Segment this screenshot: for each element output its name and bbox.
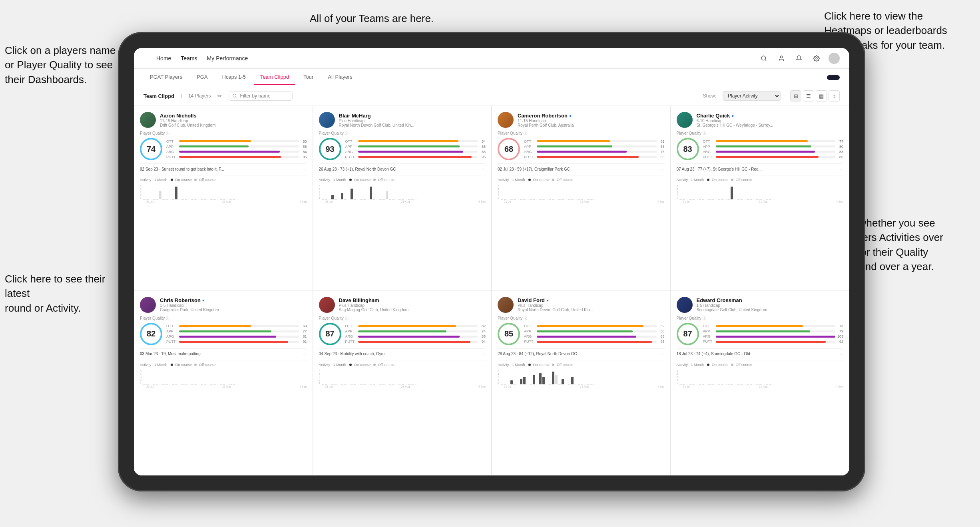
chart-bar — [169, 199, 171, 199]
tab-all-players[interactable]: All Players — [321, 70, 359, 85]
ott-bar-bg — [716, 325, 836, 327]
player-card[interactable]: Edward Crossman 1-5 Handicap Sunningdale… — [671, 291, 850, 476]
latest-round[interactable]: 26 Aug 23 · 73 (+1), Royal North Devon G… — [319, 163, 486, 172]
activity-header: Activity · 1 Month On course Off course — [319, 363, 486, 367]
y-axis: 5 4 3 2 1 — [677, 370, 678, 384]
chart-bar — [562, 379, 564, 384]
nav-performance[interactable]: My Performance — [207, 55, 248, 62]
chart-bar — [331, 195, 334, 199]
quality-section[interactable]: 87 OTT 82 APP 74 — [319, 323, 486, 345]
chart-bar — [357, 384, 359, 384]
quality-circle[interactable]: 82 — [140, 323, 162, 345]
quality-circle[interactable]: 83 — [677, 138, 699, 160]
chart-bar — [574, 384, 577, 384]
edit-team-icon[interactable]: ✏ — [217, 93, 222, 99]
quality-section[interactable]: 93 OTT 84 APP 85 — [319, 138, 486, 160]
list-view-button[interactable]: ☰ — [803, 90, 814, 101]
latest-round[interactable]: 18 Jul 23 · 74 (+4), Sunningdale GC - Ol… — [677, 348, 844, 357]
add-team-button[interactable] — [827, 75, 840, 80]
chart-bar — [376, 199, 378, 199]
tab-tour[interactable]: Tour — [297, 70, 320, 85]
player-name[interactable]: Edward Crossman — [697, 297, 844, 303]
search-icon[interactable] — [758, 53, 769, 64]
player-card[interactable]: Blair McHarg Plus Handicap Royal North D… — [313, 106, 492, 291]
y-label-1: 1 — [140, 197, 141, 199]
player-card[interactable]: Chris Robertson ● 1-5 Handicap Craigmill… — [134, 291, 313, 476]
putt-bar-bg — [716, 156, 836, 158]
activity-section: Activity · 1 Month On course Off course … — [319, 175, 486, 203]
tab-team-clippd[interactable]: Team Clippd — [254, 70, 295, 85]
player-name[interactable]: Aaron Nicholls — [160, 113, 307, 119]
quality-section[interactable]: 87 OTT 73 APP 79 — [677, 323, 844, 345]
activity-legend: On course Off course — [528, 363, 574, 367]
player-name[interactable]: David Ford ● — [518, 297, 665, 303]
nav-teams[interactable]: Teams — [181, 55, 197, 62]
sort-button[interactable]: ↕ — [829, 90, 840, 101]
show-select[interactable]: Player Activity Quality Score Trend — [723, 91, 781, 101]
player-card[interactable]: Aaron Nicholls 11-15 Handicap Drift Golf… — [134, 106, 313, 291]
quality-circle[interactable]: 87 — [319, 323, 341, 345]
quality-section[interactable]: 68 OTT 61 APP 63 — [498, 138, 665, 160]
chart-bar — [555, 375, 558, 384]
tab-hcaps[interactable]: Hcaps 1-5 — [216, 70, 252, 85]
settings-icon[interactable] — [811, 53, 822, 64]
person-icon[interactable] — [776, 53, 787, 64]
quality-circle[interactable]: 74 — [140, 138, 162, 160]
filter-input[interactable] — [229, 91, 293, 101]
player-name[interactable]: Dave Billingham — [339, 297, 486, 303]
latest-round[interactable]: 26 Aug 23 · 84 (+12), Royal North Devon … — [498, 348, 665, 357]
quality-section[interactable]: 85 OTT 89 APP 80 — [498, 323, 665, 345]
quality-row-arg: ARG 81 — [166, 334, 307, 338]
player-name[interactable]: Chris Robertson ● — [160, 297, 307, 303]
nav-home[interactable]: Home — [156, 55, 171, 62]
user-avatar[interactable] — [829, 53, 840, 64]
chart-bar — [229, 199, 232, 199]
quality-section[interactable]: 83 OTT 77 APP 80 — [677, 138, 844, 160]
latest-round[interactable]: 02 Jul 23 · 59 (+17), Craigmillar Park G… — [498, 163, 665, 172]
arg-label: ARG — [166, 150, 177, 154]
player-card[interactable]: Cameron Robertson ● 11-15 Handicap Royal… — [492, 106, 671, 291]
quality-circle[interactable]: 93 — [319, 138, 341, 160]
player-avatar — [319, 112, 335, 128]
player-card[interactable]: David Ford ● Plus Handicap Royal North D… — [492, 291, 671, 476]
chart-bar — [156, 384, 158, 384]
y-label-5: 5 — [498, 370, 499, 373]
chart-bar — [360, 199, 363, 199]
bell-icon[interactable] — [793, 53, 805, 64]
chart-bar — [523, 199, 526, 199]
quality-label-row: Player Quality ⓘ 87 OTT 82 APP — [319, 316, 486, 345]
chart-bar — [165, 384, 168, 384]
latest-round[interactable]: 04 Sep 23 · Mobility with coach, Gym → — [319, 348, 486, 357]
chart-bar — [194, 199, 197, 199]
latest-round[interactable]: 02 Sep 23 · Sunset round to get back int… — [140, 163, 307, 172]
player-card[interactable]: Charlie Quick ● 6-10 Handicap St. George… — [671, 106, 850, 291]
chart-bar — [201, 199, 203, 199]
tab-pgat-players[interactable]: PGAT Players — [143, 70, 189, 85]
ott-score: 84 — [479, 139, 486, 143]
chart-bar — [172, 199, 174, 199]
player-name[interactable]: Cameron Robertson ● — [518, 113, 665, 119]
latest-round-text: 03 Mar 23 · 19, Must make putting — [140, 352, 302, 356]
player-name[interactable]: Blair McHarg — [339, 113, 486, 119]
putt-score: 85 — [301, 155, 307, 159]
latest-round[interactable]: 07 Aug 23 · 77 (+7), St George's Hill GC… — [677, 163, 844, 172]
quality-circle[interactable]: 87 — [677, 323, 699, 345]
x-label: 21 Aug — [580, 200, 589, 203]
grid-view-button[interactable]: ⊞ — [790, 90, 801, 101]
quality-circle[interactable]: 85 — [498, 323, 520, 345]
quality-circle[interactable]: 68 — [498, 138, 520, 160]
player-card[interactable]: Dave Billingham Plus Handicap Sag Maging… — [313, 291, 492, 476]
putt-bar-fill — [716, 341, 826, 343]
quality-section[interactable]: 74 OTT 60 APP 58 — [140, 138, 307, 160]
x-label: 21 Aug — [759, 200, 768, 203]
tab-pga[interactable]: PGA — [190, 70, 214, 85]
quality-section[interactable]: 82 OTT 60 APP 77 — [140, 323, 307, 345]
heatmap-view-button[interactable]: ▦ — [816, 90, 827, 101]
latest-round[interactable]: 03 Mar 23 · 19, Must make putting → — [140, 348, 307, 357]
player-name[interactable]: Charlie Quick ● — [697, 113, 844, 119]
quality-row-arg: ARG 84 — [166, 150, 307, 154]
y-axis: 5 4 3 2 1 — [140, 370, 141, 384]
player-club: Sag Maging Golf Club, United Kingdom — [339, 308, 486, 312]
player-avatar — [140, 112, 156, 128]
putt-score: 85 — [658, 155, 665, 159]
